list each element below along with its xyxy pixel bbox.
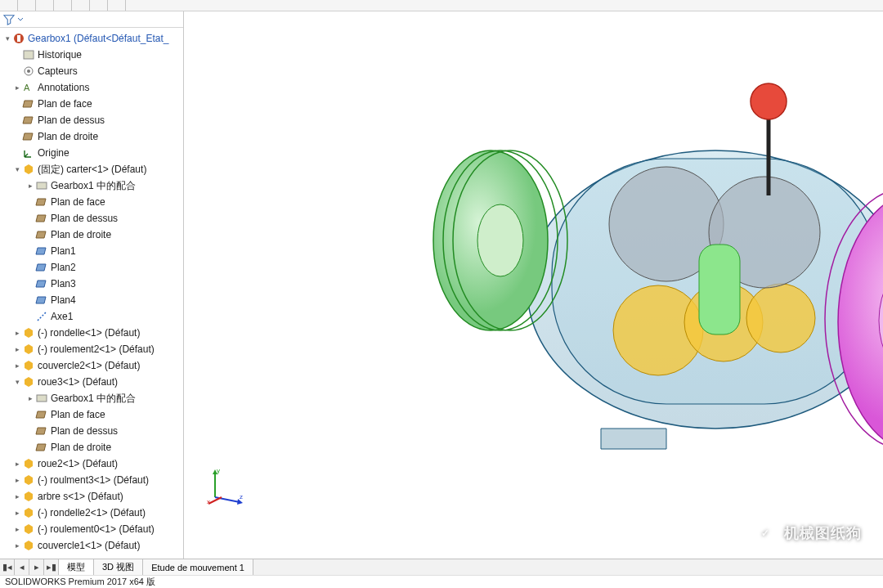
tree-item-label: Plan1: [51, 245, 76, 257]
tree-plane-face-3[interactable]: Plan de face: [0, 406, 183, 423]
tree-couvercle2[interactable]: ▸couvercle2<1> (Défaut): [0, 357, 183, 374]
tree-filter-bar[interactable]: [0, 11, 183, 28]
tree-annotations[interactable]: ▸ A Annotations: [0, 79, 183, 96]
tree-roulment3[interactable]: ▸(-) roulment3<1> (Défaut): [0, 472, 183, 488]
tree-item-label: Annotations: [38, 82, 89, 93]
tree-sensors[interactable]: Capteurs: [0, 63, 183, 79]
svg-line-31: [208, 497, 222, 504]
tab-nav-last[interactable]: ▸▮: [44, 559, 59, 575]
expand-icon[interactable]: ▸: [13, 476, 21, 484]
plane-icon: [35, 228, 48, 241]
tree-roue2[interactable]: ▸roue2<1> (Défaut): [0, 456, 183, 472]
svg-rect-20: [699, 245, 740, 334]
toolbar-btn[interactable]: [36, 0, 54, 11]
tree-roue3[interactable]: ▾roue3<1> (Défaut): [0, 374, 183, 390]
tree-item-label: arbre s<1> (Défaut): [38, 491, 123, 502]
toolbar-btn[interactable]: [0, 0, 18, 11]
toolbar-btn[interactable]: [90, 0, 108, 11]
tree-rondelle1[interactable]: ▸(-) rondelle<1> (Défaut): [0, 325, 183, 341]
expand-icon[interactable]: ▸: [13, 361, 21, 370]
tree-plane-right-2[interactable]: Plan de droite: [0, 227, 183, 243]
expand-icon[interactable]: ▸: [13, 525, 21, 533]
tree-plane-face[interactable]: Plan de face: [0, 96, 183, 112]
tab-motion-study[interactable]: Etude de mouvement 1: [143, 559, 253, 575]
tree-mates[interactable]: ▸ Gearbox1 中的配合: [0, 177, 183, 194]
tree-item-label: (-) roulment3<1> (Défaut): [38, 474, 149, 486]
tab-nav-prev[interactable]: ◂: [15, 559, 29, 575]
tree-plane-top[interactable]: Plan de dessus: [0, 112, 183, 128]
tree-plan1[interactable]: Plan1: [0, 243, 183, 259]
expand-icon[interactable]: ▸: [13, 460, 21, 468]
expand-icon[interactable]: ▸: [13, 492, 21, 500]
plane-icon: [35, 212, 48, 225]
tree-root[interactable]: ▾ Gearbox1 (Défaut<Défaut_Etat_: [0, 30, 183, 47]
collapse-icon[interactable]: ▾: [3, 34, 11, 43]
feature-tree-panel: ▾ Gearbox1 (Défaut<Défaut_Etat_ Historiq…: [0, 11, 184, 559]
tree-item-label: Plan de droite: [38, 131, 98, 142]
tree-plane-top-2[interactable]: Plan de dessus: [0, 210, 183, 227]
toolbar-btn[interactable]: [54, 0, 72, 11]
toolbar-btn[interactable]: [108, 0, 126, 11]
plane-icon: [22, 130, 35, 143]
tree-plane-right[interactable]: Plan de droite: [0, 128, 183, 145]
tree-rondelle2[interactable]: ▸(-) rondelle2<1> (Défaut): [0, 505, 183, 521]
plane-icon: [35, 195, 48, 209]
collapse-icon[interactable]: ▾: [13, 165, 21, 173]
tree-roulement0[interactable]: ▸(-) roulement0<1> (Défaut): [0, 521, 183, 537]
component-icon: [22, 539, 35, 552]
expand-icon[interactable]: ▸: [13, 541, 21, 550]
graphics-viewport[interactable]: y z x ✓ 机械图纸狗: [184, 11, 883, 559]
wechat-icon: ✓: [753, 523, 778, 544]
component-icon: [22, 490, 35, 503]
tree-plane-top-3[interactable]: Plan de dessus: [0, 423, 183, 439]
tree-mates-2[interactable]: ▸Gearbox1 中的配合: [0, 390, 183, 406]
origin-icon: [22, 146, 35, 159]
expand-icon[interactable]: ▸: [13, 345, 21, 353]
tree-plan2[interactable]: Plan2: [0, 259, 183, 276]
tree-plane-right-3[interactable]: Plan de droite: [0, 439, 183, 456]
feature-tree[interactable]: ▾ Gearbox1 (Défaut<Défaut_Etat_ Historiq…: [0, 28, 183, 559]
expand-icon[interactable]: ▸: [13, 509, 21, 517]
status-text: SOLIDWORKS Premium 2017 x64 版: [5, 576, 155, 588]
tree-arbre-s[interactable]: ▸arbre s<1> (Défaut): [0, 488, 183, 505]
tab-3dview[interactable]: 3D 视图: [94, 559, 143, 575]
tree-item-label: Plan de dessus: [51, 425, 118, 437]
component-icon: [22, 457, 35, 470]
tree-item-label: couvercle1<1> (Défaut): [38, 540, 140, 551]
component-icon: [22, 506, 35, 519]
plane-icon: [35, 277, 48, 290]
tree-item-label: Plan de dessus: [38, 114, 105, 126]
tab-nav-next[interactable]: ▸: [29, 559, 44, 575]
tree-item-label: (-) roulement2<1> (Défaut): [38, 343, 155, 355]
expand-icon[interactable]: ▸: [26, 394, 34, 402]
tree-carter[interactable]: ▾ (固定) carter<1> (Défaut): [0, 161, 183, 177]
component-icon: [22, 523, 35, 536]
tree-plan4[interactable]: Plan4: [0, 292, 183, 308]
component-icon: [22, 474, 35, 487]
tree-history[interactable]: Historique: [0, 47, 183, 63]
tree-couvercle1[interactable]: ▸couvercle1<1> (Défaut): [0, 537, 183, 554]
plane-icon: [22, 114, 35, 127]
orientation-triad[interactable]: y z x: [207, 466, 246, 505]
tree-roulement2[interactable]: ▸(-) roulement2<1> (Défaut): [0, 341, 183, 357]
toolbar-btn[interactable]: [72, 0, 90, 11]
expand-icon[interactable]: ▸: [13, 83, 21, 92]
tree-origin[interactable]: Origine: [0, 145, 183, 161]
svg-point-17: [746, 284, 815, 352]
tree-plane-face-2[interactable]: Plan de face: [0, 194, 183, 210]
toolbar-btn[interactable]: [18, 0, 36, 11]
plane-icon: [22, 97, 35, 110]
tree-item-label: Plan de face: [38, 98, 92, 110]
tab-nav-first[interactable]: ▮◂: [0, 559, 15, 575]
expand-icon[interactable]: ▸: [13, 329, 21, 337]
axis-icon: [35, 310, 48, 323]
collapse-icon[interactable]: ▾: [13, 378, 21, 386]
tree-plan3[interactable]: Plan3: [0, 276, 183, 292]
expand-icon[interactable]: ▸: [26, 182, 34, 190]
tab-model[interactable]: 模型: [59, 559, 94, 575]
tree-axe1[interactable]: Axe1: [0, 308, 183, 325]
chevron-down-icon: [17, 16, 24, 23]
tree-item-label: Gearbox1 中的配合: [51, 392, 136, 406]
triad-x-label: x: [207, 498, 210, 505]
assembly-icon: [12, 32, 25, 45]
